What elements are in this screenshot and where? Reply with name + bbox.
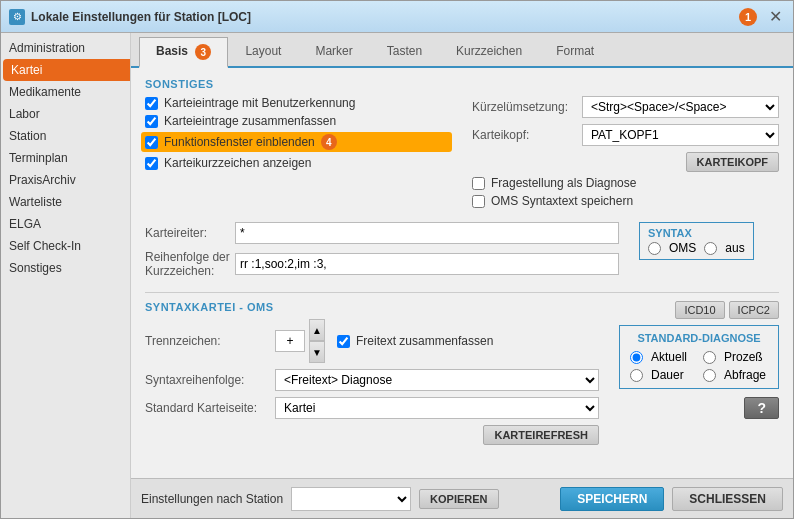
- sidebar-item-medikamente[interactable]: Medikamente: [1, 81, 130, 103]
- titlebar: ⚙ Lokale Einstellungen für Station [LOC]…: [1, 1, 793, 33]
- syntax-aus-radio[interactable]: [704, 242, 717, 255]
- schliessen-button[interactable]: SCHLIESSEN: [672, 487, 783, 511]
- checkbox-karteieintrage-benutzer-input[interactable]: [145, 97, 158, 110]
- trennzeichen-group: ▲ ▼ Freitext zusammenfassen: [275, 319, 493, 363]
- checkbox-fragestellung-input[interactable]: [472, 177, 485, 190]
- reihenfolge-input[interactable]: [235, 253, 619, 275]
- right-panel: Basis 3 Layout Marker Tasten Kurzzeichen…: [131, 33, 793, 518]
- close-button[interactable]: ✕: [765, 7, 785, 27]
- checkbox-funktionsfenster-label: Funktionsfenster einblenden: [164, 135, 315, 149]
- diagnose-grid: Aktuell Prozeß Dauer: [630, 348, 768, 382]
- station-select[interactable]: [291, 487, 411, 511]
- checkbox-funktionsfenster-row: Funktionsfenster einblenden 4: [141, 132, 452, 152]
- tab-layout[interactable]: Layout: [228, 37, 298, 66]
- kopieren-button[interactable]: KOPIEREN: [419, 489, 498, 509]
- sidebar-item-terminplan[interactable]: Terminplan: [1, 147, 130, 169]
- syntax-oms-radio[interactable]: [648, 242, 661, 255]
- tab-basis[interactable]: Basis 3: [139, 37, 228, 68]
- tab-marker[interactable]: Marker: [298, 37, 369, 66]
- trennzeichen-row: Trennzeichen: ▲ ▼ Freitext zusammenfasse…: [145, 319, 599, 363]
- abfrage-radio[interactable]: [703, 369, 716, 382]
- sidebar-item-kartei[interactable]: Kartei: [3, 59, 130, 81]
- karteireiter-input[interactable]: [235, 222, 619, 244]
- right-icd-section: ICD10 ICPC2 STANDARD-DIAGNOSE Aktuell: [619, 301, 779, 445]
- sidebar-item-selfcheckin[interactable]: Self Check-In: [1, 235, 130, 257]
- freitext-zusammenfassen-label: Freitext zusammenfassen: [356, 334, 493, 348]
- icpc2-button[interactable]: ICPC2: [729, 301, 779, 319]
- checkbox-oms-syntax-label: OMS Syntaxtext speichern: [491, 194, 633, 208]
- checkbox-karteieintrage-benutzer: Karteieintrage mit Benutzerkennung: [145, 96, 452, 110]
- sidebar-item-station[interactable]: Station: [1, 125, 130, 147]
- tab-tasten[interactable]: Tasten: [370, 37, 439, 66]
- sidebar-item-administration[interactable]: Administration: [1, 37, 130, 59]
- syntax-label: SYNTAX: [648, 227, 745, 239]
- bottom-bar: Einstellungen nach Station KOPIEREN SPEI…: [131, 478, 793, 518]
- trennzeichen-label: Trennzeichen:: [145, 334, 275, 348]
- standard-karteiseite-row: Standard Karteiseite: Kartei: [145, 397, 599, 419]
- einstellungen-label: Einstellungen nach Station: [141, 492, 283, 506]
- icd-btn-group: ICD10 ICPC2: [619, 301, 779, 319]
- tab-format[interactable]: Format: [539, 37, 611, 66]
- sidebar-item-elga[interactable]: ELGA: [1, 213, 130, 235]
- field-rows-layout: Karteireiter: Reihenfolge der Kurzzeiche…: [145, 218, 779, 284]
- abfrage-row: Abfrage: [703, 368, 768, 382]
- karteikopf-select[interactable]: PAT_KOPF1: [582, 124, 779, 146]
- reihenfolge-label: Reihenfolge der Kurzzeichen:: [145, 250, 235, 278]
- prozess-label: Prozeß: [724, 350, 763, 364]
- checkbox-zusammenfassen-label: Karteieintrage zusammenfassen: [164, 114, 336, 128]
- standard-diagnose-label: STANDARD-DIAGNOSE: [630, 332, 768, 344]
- karteirefresh-button[interactable]: KARTEIREFRESH: [483, 425, 599, 445]
- standard-karteiseite-select[interactable]: Kartei: [275, 397, 599, 419]
- checkbox-karteikurzzeichen-label: Karteikurzzeichen anzeigen: [164, 156, 311, 170]
- checkbox-fragestellung-label: Fragestellung als Diagnose: [491, 176, 636, 190]
- tab-kurzzeichen[interactable]: Kurzzeichen: [439, 37, 539, 66]
- tab-bar: Basis 3 Layout Marker Tasten Kurzzeichen…: [131, 33, 793, 68]
- syntaxreihenfolge-label: Syntaxreihenfolge:: [145, 373, 275, 387]
- separator-1: [145, 292, 779, 293]
- fields-left: Karteireiter: Reihenfolge der Kurzzeiche…: [145, 218, 619, 284]
- karteikopf-row: Karteikopf: PAT_KOPF1: [472, 124, 779, 146]
- main-content: Administration Kartei Medikamente Labor …: [1, 33, 793, 518]
- title-badge-1: 1: [739, 8, 757, 26]
- icd10-button[interactable]: ICD10: [675, 301, 724, 319]
- two-columns-layout: Karteieintrage mit Benutzerkennung Karte…: [145, 96, 779, 212]
- checkbox-oms-syntax-input[interactable]: [472, 195, 485, 208]
- prozess-radio[interactable]: [703, 351, 716, 364]
- checkbox-zusammenfassen-input[interactable]: [145, 115, 158, 128]
- syntax-oms-label: OMS: [669, 241, 696, 255]
- speichern-button[interactable]: SPEICHERN: [560, 487, 664, 511]
- tab-badge-3: 3: [195, 44, 211, 60]
- standard-karteiseite-label: Standard Karteiseite:: [145, 401, 275, 415]
- karteikopf-button[interactable]: KARTEIKOPF: [686, 152, 780, 172]
- aktuell-radio[interactable]: [630, 351, 643, 364]
- window-title: Lokale Einstellungen für Station [LOC]: [31, 10, 733, 24]
- karteikopf-label: Karteikopf:: [472, 128, 582, 142]
- sidebar: Administration Kartei Medikamente Labor …: [1, 33, 131, 518]
- trennzeichen-up-btn[interactable]: ▲: [309, 319, 325, 341]
- syntaxreihenfolge-select[interactable]: <Freitext> Diagnose: [275, 369, 599, 391]
- aktuell-label: Aktuell: [651, 350, 687, 364]
- kuerzelumsetzung-select[interactable]: <Strg><Space>/<Space>: [582, 96, 779, 118]
- sidebar-item-labor[interactable]: Labor: [1, 103, 130, 125]
- sidebar-item-praxisarchiv[interactable]: PraxisArchiv: [1, 169, 130, 191]
- left-column: Karteieintrage mit Benutzerkennung Karte…: [145, 96, 452, 212]
- trennzeichen-input[interactable]: [275, 330, 305, 352]
- kuerzelumsetzung-row: Kürzelümsetzung: <Strg><Space>/<Space>: [472, 96, 779, 118]
- sonstiges-label: SONSTIGES: [145, 78, 779, 90]
- question-button[interactable]: ?: [744, 397, 779, 419]
- checkbox-karteikurzzeichen-input[interactable]: [145, 157, 158, 170]
- sidebar-item-sonstiges[interactable]: Sonstiges: [1, 257, 130, 279]
- kartei-refresh-row: KARTEIREFRESH: [145, 425, 599, 445]
- dauer-radio[interactable]: [630, 369, 643, 382]
- freitext-zusammenfassen-input[interactable]: [337, 335, 350, 348]
- trennzeichen-down-btn[interactable]: ▼: [309, 341, 325, 363]
- badge-4: 4: [321, 134, 337, 150]
- dauer-label: Dauer: [651, 368, 684, 382]
- sidebar-item-warteliste[interactable]: Warteliste: [1, 191, 130, 213]
- checkbox-fragestellung: Fragestellung als Diagnose: [472, 176, 779, 190]
- syntax-box-container: SYNTAX OMS aus: [639, 218, 779, 284]
- checkbox-funktionsfenster-input[interactable]: [145, 136, 158, 149]
- checkbox-oms-syntax: OMS Syntaxtext speichern: [472, 194, 779, 208]
- prozess-row: Prozeß: [703, 350, 768, 364]
- checkbox-karteikurzzeichen: Karteikurzzeichen anzeigen: [145, 156, 452, 170]
